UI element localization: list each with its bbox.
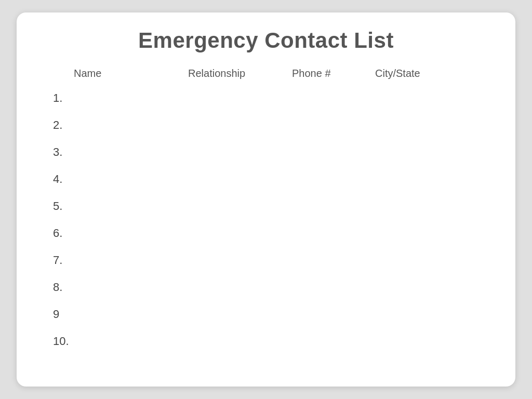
table-row: 7. (43, 247, 489, 274)
row-number: 9 (53, 308, 79, 321)
table-row: 9 (43, 301, 489, 328)
row-number: 10. (53, 335, 79, 348)
row-number: 7. (53, 254, 79, 267)
col-header-relationship: Relationship (188, 68, 292, 79)
emergency-contact-card: Emergency Contact List Name Relationship… (17, 12, 515, 387)
row-number: 6. (53, 227, 79, 240)
table-row: 8. (43, 274, 489, 301)
table-row: 3. (43, 139, 489, 166)
page-title: Emergency Contact List (43, 28, 489, 53)
table-row: 6. (43, 220, 489, 247)
contact-rows: 1. 2. 3. 4. 5. (43, 85, 489, 355)
column-headers: Name Relationship Phone # City/State (43, 68, 489, 79)
table-row: 1. (43, 85, 489, 112)
row-number: 1. (53, 91, 79, 105)
row-number: 4. (53, 172, 79, 186)
table-row: 5. (43, 193, 489, 220)
row-number: 5. (53, 200, 79, 213)
row-number: 3. (53, 145, 79, 159)
row-number: 2. (53, 118, 79, 132)
col-header-phone: Phone # (292, 68, 375, 79)
col-header-name: Name (74, 68, 188, 79)
row-number: 8. (53, 281, 79, 294)
table-row: 10. (43, 328, 489, 355)
col-header-city: City/State (375, 68, 489, 79)
table-row: 2. (43, 112, 489, 139)
table-row: 4. (43, 166, 489, 193)
